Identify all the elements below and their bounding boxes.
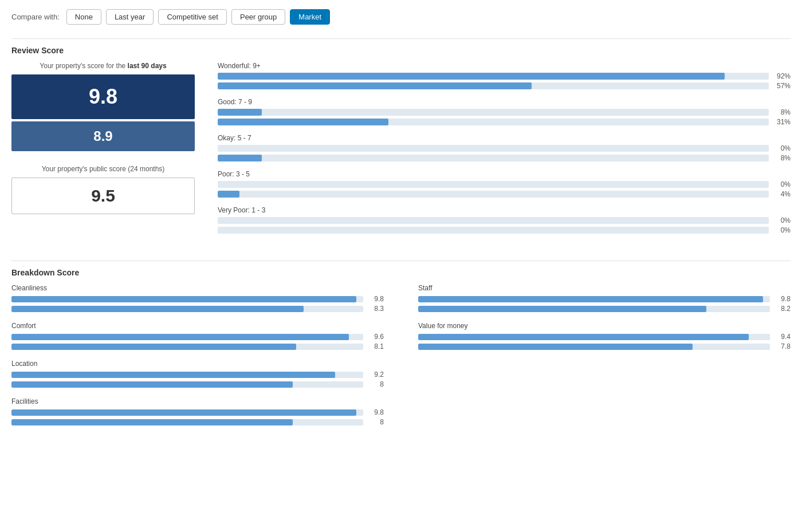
breakdown-bar-row-2-0: 9.2 [11,371,384,379]
breakdown-bar-row-4-0: 9.8 [418,295,791,303]
bar-pct-0-0: 92% [773,72,791,80]
rating-category-label-2: Okay: 5 - 7 [218,134,791,142]
breakdown-label-1: Comfort [11,322,384,330]
breakdown-label-4: Staff [418,284,791,292]
breakdown-fill-0-1 [11,306,304,312]
bar-pct-0-1: 57% [773,82,791,90]
breakdown-category-5: Value for money9.47.8 [418,322,791,350]
breakdown-score-0-0: 9.8 [368,295,384,303]
breakdown-track-0-0 [11,296,363,302]
bar-fill-3-1 [218,191,239,198]
breakdown-fill-5-1 [418,344,693,350]
breakdown-bar-row-1-1: 8.1 [11,342,384,350]
breakdown-fill-4-1 [418,306,706,312]
bar-row-4-1: 0% [218,226,791,234]
bar-track-1-0 [218,109,769,116]
bar-row-0-0: 92% [218,72,791,80]
breakdown-category-0: Cleanliness9.88.3 [11,284,384,313]
breakdown-bar-row-5-0: 9.4 [418,333,791,341]
bar-track-0-0 [218,73,769,80]
breakdown-label-0: Cleanliness [11,284,384,292]
breakdown-col-0: Cleanliness9.88.3Comfort9.68.1Location9.… [11,284,384,435]
breakdown-score-5-1: 7.8 [775,342,791,350]
bar-row-3-0: 0% [218,180,791,188]
bar-fill-2-1 [218,155,262,161]
rating-category-label-3: Poor: 3 - 5 [218,170,791,178]
bar-row-2-0: 0% [218,144,791,152]
breakdown-score-2-0: 9.2 [368,371,384,379]
breakdown-fill-5-0 [418,334,749,340]
bar-row-0-1: 57% [218,82,791,90]
rating-category-3: Poor: 3 - 50%4% [218,170,791,198]
breakdown-fill-1-1 [11,344,296,350]
bar-row-3-1: 4% [218,190,791,198]
breakdown-bar-row-0-0: 9.8 [11,295,384,303]
bar-pct-1-1: 31% [773,118,791,126]
breakdown-category-3: Facilities9.88 [11,397,384,426]
compare-btn-market[interactable]: Market [290,9,330,25]
compare-btn-last-year[interactable]: Last year [106,9,154,25]
public-score: 9.5 [11,178,195,214]
public-score-label: Your property's public score (24 months) [11,165,195,173]
rating-category-label-0: Wonderful: 9+ [218,62,791,70]
bar-fill-1-0 [218,109,262,116]
rating-category-label-1: Good: 7 - 9 [218,98,791,106]
breakdown-label-5: Value for money [418,322,791,330]
breakdown-track-5-0 [418,334,770,340]
bar-row-1-1: 31% [218,118,791,126]
review-score-title: Review Score [11,38,791,55]
breakdown-bar-row-5-1: 7.8 [418,342,791,350]
breakdown-track-4-0 [418,296,770,302]
breakdown-track-1-0 [11,334,363,340]
bar-fill-0-0 [218,73,725,80]
breakdown-fill-3-0 [11,409,356,416]
breakdown-score-3-0: 9.8 [368,408,384,416]
rating-category-4: Very Poor: 1 - 30%0% [218,206,791,234]
bar-pct-3-0: 0% [773,180,791,188]
breakdown-col-1: Staff9.88.2Value for money9.47.8 [418,284,791,435]
breakdown-score-1-0: 9.6 [368,333,384,341]
breakdown-track-5-1 [418,344,770,350]
breakdown-bar-row-3-1: 8 [11,418,384,426]
bar-track-2-0 [218,145,769,152]
breakdown-track-3-0 [11,409,363,416]
breakdown-fill-0-0 [11,296,356,302]
bar-track-2-1 [218,155,769,161]
compare-btn-competitive-set[interactable]: Competitive set [158,9,227,25]
rating-category-2: Okay: 5 - 70%8% [218,134,791,162]
compare-btn-peer-group[interactable]: Peer group [231,9,285,25]
score-left-panel: Your property's score for the last 90 da… [11,62,195,242]
bar-row-4-0: 0% [218,216,791,224]
breakdown-category-4: Staff9.88.2 [418,284,791,313]
breakdown-track-4-1 [418,306,770,312]
breakdown-bar-row-4-1: 8.2 [418,305,791,313]
bar-track-4-0 [218,217,769,224]
breakdown-bar-row-3-0: 9.8 [11,408,384,416]
bar-track-3-0 [218,181,769,188]
breakdown-track-1-1 [11,344,363,350]
rating-category-1: Good: 7 - 98%31% [218,98,791,126]
bar-fill-1-1 [218,119,388,125]
compare-label: Compare with: [11,13,60,21]
bar-row-1-0: 8% [218,108,791,116]
bar-pct-4-1: 0% [773,226,791,234]
breakdown-category-2: Location9.28 [11,360,384,388]
breakdown-score-section: Breakdown ScoreCleanliness9.88.3Comfort9… [11,261,791,435]
breakdown-fill-2-1 [11,381,293,388]
breakdown-fill-1-0 [11,334,349,340]
breakdown-score-title: Breakdown Score [11,261,791,277]
review-score-section: Review ScoreYour property's score for th… [11,38,791,242]
primary-score: 9.8 [11,74,195,119]
bar-row-2-1: 8% [218,154,791,162]
breakdown-score-5-0: 9.4 [775,333,791,341]
bar-pct-2-0: 0% [773,144,791,152]
bar-pct-1-0: 8% [773,108,791,116]
compare-btn-none[interactable]: None [66,9,101,25]
breakdown-fill-2-0 [11,372,335,378]
breakdown-label-3: Facilities [11,397,384,405]
bar-track-0-1 [218,82,769,89]
bar-pct-3-1: 4% [773,190,791,198]
score-label: Your property's score for the last 90 da… [11,62,195,70]
rating-bars-panel: Wonderful: 9+92%57%Good: 7 - 98%31%Okay:… [218,62,791,242]
breakdown-track-2-1 [11,381,363,388]
